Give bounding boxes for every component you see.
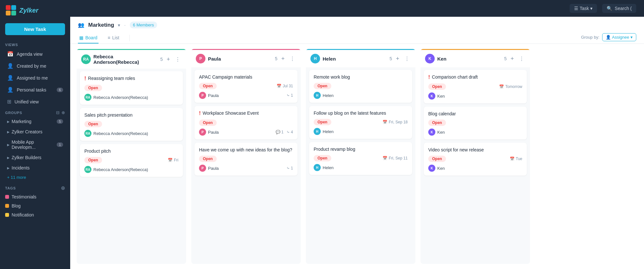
status-badge: Open [199,156,217,162]
content-area: 👥 Marketing ▾ · 6 Members ▦ Board ≡ List… [70,17,644,269]
sidebar-item-personal-tasks[interactable]: 👤 Personal tasks 6 [2,84,68,95]
task-card[interactable]: Product revamp blogOpen📅Fri, Sep 11HHele… [309,142,412,175]
svg-rect-2 [6,11,11,15]
tag-notification[interactable]: Notification [0,210,70,219]
card-title: Video script for new release [428,147,522,152]
task-card[interactable]: Product pitchOpen📅FriRARebecca Anderson(… [80,144,183,177]
group-by-select[interactable]: 👤 Assignee ▾ [602,33,636,41]
assignee-icon: 👤 [606,35,611,40]
column-menu-button-paula[interactable]: ⋮ [289,55,296,62]
task-card[interactable]: Video script for new releaseOpen📅TueKKen [424,143,527,176]
high-priority-icon: ! [199,110,201,116]
column-menu-button-ken[interactable]: ⋮ [518,55,526,62]
card-subtask-count: ⤷ 1 [287,93,293,98]
groups-label: GROUPS [5,111,56,115]
task-card[interactable]: Follow up blog on the latest featuresOpe… [309,106,412,139]
status-badge: Open [428,83,446,90]
filter-icon[interactable]: ⊟ [56,110,60,115]
card-subtask-count: ⤷ 4 [287,130,293,134]
card-stats: ⤷ 1 [287,166,293,170]
task-dropdown-button[interactable]: ☰ Task ▾ [570,4,597,13]
column-cards-ken: !Comparison chart draftOpen📅TomorrowKKen… [421,67,530,264]
assignee-avatar: K [428,129,435,136]
search-button[interactable]: 🔍 Search ( [602,4,636,13]
sidebar-item-created-by-me[interactable]: 👤 Created by me [2,60,68,72]
column-avatar-ken: K [425,54,435,63]
add-tag-icon[interactable]: ⊕ [61,185,65,191]
tag-testimonials[interactable]: Testimonials [0,192,70,201]
views-section-label: VIEWS [0,40,70,48]
add-group-icon[interactable]: ⊕ [62,110,65,115]
column-menu-button-helen[interactable]: ⋮ [403,55,411,62]
calendar-icon: 📅 [510,157,515,161]
new-task-button[interactable]: New Task [5,23,65,35]
column-avatar-helen: H [310,54,320,63]
svg-rect-3 [11,11,16,15]
board: RARebecca Anderson(Rebecca)5+⋮!Reassigni… [70,44,644,269]
card-due-date: 📅Jul 31 [277,84,293,88]
task-card[interactable]: Sales pitch presentationOpenRARebecca An… [80,108,183,141]
card-status-row: Open [314,83,408,89]
column-count-helen: 5 [390,56,392,61]
tab-board[interactable]: ▦ Board [78,33,99,43]
task-card[interactable]: Have we come up with new ideas for the b… [194,143,298,176]
column-add-button-paula[interactable]: + [280,55,286,63]
task-card[interactable]: Remote work blogOpenHHelen [309,70,412,103]
column-paula: PPaula5+⋮APAC Campaign materialsOpen📅Jul… [191,49,301,264]
assignee-avatar: H [314,164,321,171]
agenda-icon: 📅 [7,51,14,57]
sidebar-item-unified-view[interactable]: ⊞ Unified view [2,96,68,107]
card-status-row: Open [428,120,522,126]
search-icon: 🔍 [607,6,612,11]
task-card[interactable]: !Workplace Showcase EventOpenPPaula💬 1⤷ … [194,106,298,139]
card-comment-count: 💬 1 [276,130,284,134]
sidebar-group-marketing[interactable]: ▶ Marketing 5 [2,117,68,126]
logo-area: Zylker [0,0,70,21]
column-rebecca: RARebecca Anderson(Rebecca)5+⋮!Reassigni… [77,49,186,264]
sidebar-group-incidents[interactable]: ▶ Incidents [2,163,68,173]
sidebar-group-mobile-app[interactable]: ▶ Mobile App Developm... 1 [2,137,68,152]
project-dropdown-icon[interactable]: ▾ [118,23,120,28]
task-card[interactable]: Blog calendarOpenKKen [424,107,527,139]
column-cards-helen: Remote work blogOpenHHelenFollow up blog… [306,67,415,264]
status-badge: Open [314,83,331,89]
card-title: Follow up blog on the latest features [314,110,408,116]
card-footer: PPaula⤷ 1 [199,92,293,99]
more-groups-link[interactable]: + 11 more [0,173,70,182]
task-card[interactable]: APAC Campaign materialsOpen📅Jul 31PPaula… [194,70,298,103]
project-title-row: 👥 Marketing ▾ · 6 Members [78,21,636,29]
card-assignee: PPaula [199,129,219,136]
groups-header-icons: ⊟ ⊕ [56,110,65,115]
card-title: Have we come up with new ideas for the b… [199,147,293,152]
card-footer: PPaula💬 1⤷ 4 [199,129,293,136]
calendar-icon: 📅 [383,120,387,124]
marketing-chevron-icon: ▶ [7,120,10,123]
card-footer: HHelen [314,164,408,171]
column-add-button-ken[interactable]: + [509,55,515,63]
card-status-row: Open📅Fri, Sep 11 [314,155,408,161]
assignee-avatar: RA [84,166,91,173]
task-card[interactable]: !Comparison chart draftOpen📅TomorrowKKen [424,70,527,103]
column-name-ken: Ken [437,56,502,62]
column-name-rebecca: Rebecca Anderson(Rebecca) [93,54,158,65]
card-due-date: 📅Fri, Sep 18 [383,120,408,124]
assignee-avatar: RA [84,94,91,101]
task-card[interactable]: !Reassigning team rolesOpenRARebecca And… [80,71,183,105]
tag-blog[interactable]: Blog [0,201,70,210]
card-status-row: Open [84,85,178,91]
sidebar-group-zylker-creators[interactable]: ▶ Zylker Creators [2,127,68,137]
assignee-avatar: RA [84,130,91,137]
group-by-chevron-icon: ▾ [630,35,633,40]
created-by-me-icon: 👤 [7,63,14,69]
column-menu-button-rebecca[interactable]: ⋮ [174,56,182,63]
column-add-button-rebecca[interactable]: + [165,55,171,63]
people-icon: 👥 [78,22,84,28]
card-title: Sales pitch presentation [84,112,178,118]
sidebar-group-zylker-builders[interactable]: ▶ Zylker Builders [2,153,68,162]
tab-list[interactable]: ≡ List [106,33,120,43]
sidebar-item-assigned-to-me[interactable]: 👤 Assigned to me [2,72,68,83]
column-ken: KKen5+⋮!Comparison chart draftOpen📅Tomor… [421,49,530,264]
column-add-button-helen[interactable]: + [394,55,401,63]
board-tab-icon: ▦ [79,35,83,40]
sidebar-item-agenda[interactable]: 📅 Agenda view [2,48,68,60]
